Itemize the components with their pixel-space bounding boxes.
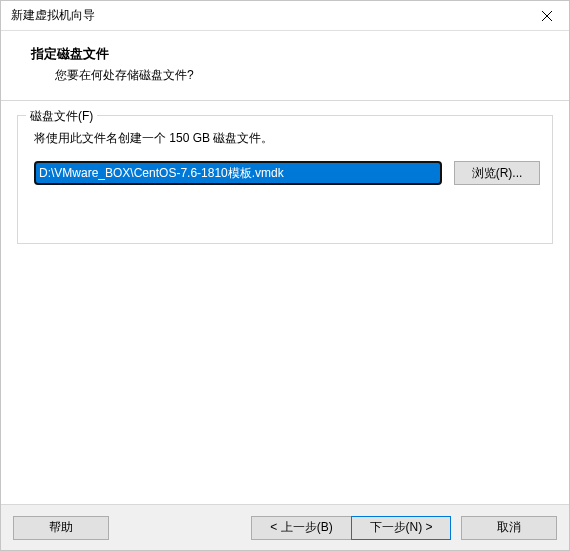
cancel-button[interactable]: 取消 (461, 516, 557, 540)
help-button[interactable]: 帮助 (13, 516, 109, 540)
footer-left: 帮助 (13, 516, 109, 540)
close-button[interactable] (524, 1, 569, 31)
browse-button[interactable]: 浏览(R)... (454, 161, 540, 185)
page-subtitle: 您要在何处存储磁盘文件? (55, 67, 549, 84)
input-row: 浏览(R)... (34, 161, 540, 185)
back-button[interactable]: < 上一步(B) (251, 516, 351, 540)
disk-path-input[interactable] (34, 161, 442, 185)
page-title: 指定磁盘文件 (31, 45, 549, 63)
window-title: 新建虚拟机向导 (11, 7, 95, 24)
title-bar: 新建虚拟机向导 (1, 1, 569, 31)
close-icon (542, 11, 552, 21)
header-section: 指定磁盘文件 您要在何处存储磁盘文件? (1, 31, 569, 101)
group-label: 磁盘文件(F) (26, 108, 97, 125)
disk-description: 将使用此文件名创建一个 150 GB 磁盘文件。 (34, 130, 540, 147)
next-button[interactable]: 下一步(N) > (351, 516, 451, 540)
content-area: 磁盘文件(F) 将使用此文件名创建一个 150 GB 磁盘文件。 浏览(R)..… (1, 101, 569, 504)
disk-file-group: 磁盘文件(F) 将使用此文件名创建一个 150 GB 磁盘文件。 浏览(R)..… (17, 115, 553, 244)
footer-bar: 帮助 < 上一步(B) 下一步(N) > 取消 (1, 504, 569, 550)
footer-right: < 上一步(B) 下一步(N) > 取消 (251, 516, 557, 540)
